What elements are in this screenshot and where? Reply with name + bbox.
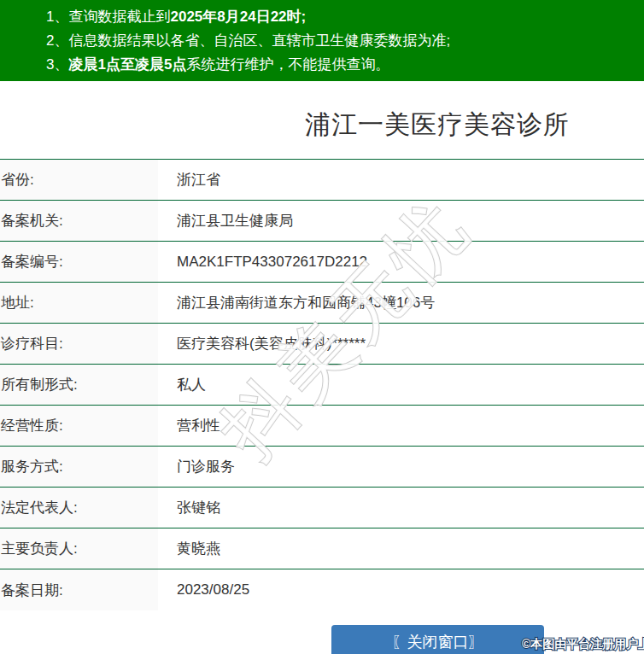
row-value: 黄晓燕 [158, 528, 644, 569]
table-row: 经营性质: 营利性 [0, 406, 644, 447]
row-label: 省份: [0, 160, 158, 200]
notice-text-bold: 2025年8月24日22时 [170, 9, 301, 25]
row-value: 营利性 [158, 406, 644, 446]
row-label: 地址: [0, 283, 158, 323]
row-value: 门诊服务 [158, 447, 644, 487]
notice-text: 信息数据结果以各省、自治区、直辖市卫生健康委数据为准; [68, 32, 450, 49]
row-label: 主要负责人: [0, 528, 158, 569]
query-result-page: 1、查询数据截止到2025年8月24日22时; 2、信息数据结果以各省、自治区、… [0, 0, 644, 654]
row-label: 法定代表人: [0, 488, 158, 528]
table-row: 法定代表人: 张键铭 [0, 488, 644, 528]
notice-text: ; [302, 9, 307, 25]
table-row: 备案编号: MA2K1FTP433072617D2212 [0, 242, 644, 283]
notice-number: 3、 [46, 56, 68, 73]
row-value: 浦江县浦南街道东方和园商铺43幢106号 [158, 283, 644, 323]
notice-text: 查询数据截止到 [68, 9, 170, 25]
notice-line-1: 1、查询数据截止到2025年8月24日22时; [46, 5, 644, 29]
row-value: 浙江省 [158, 160, 644, 200]
row-value: 医疗美容科(美容皮肤科)****** [158, 324, 644, 364]
notice-line-2: 2、信息数据结果以各省、自治区、直辖市卫生健康委数据为准; [46, 29, 644, 53]
table-row: 诊疗科目: 医疗美容科(美容皮肤科)****** [0, 324, 644, 365]
notice-text-bold: 凌晨1点至凌晨5点 [68, 56, 186, 73]
close-window-button[interactable]: 〖关闭窗口〗 [331, 625, 544, 654]
notice-number: 2、 [46, 32, 68, 49]
notice-number: 1、 [46, 9, 68, 25]
row-label: 诊疗科目: [0, 324, 158, 364]
notice-banner: 1、查询数据截止到2025年8月24日22时; 2、信息数据结果以各省、自治区、… [0, 0, 644, 81]
table-row: 备案日期: 2023/08/25 [0, 569, 644, 610]
table-row: 地址: 浦江县浦南街道东方和园商铺43幢106号 [0, 283, 644, 324]
table-row: 服务方式: 门诊服务 [0, 447, 644, 488]
row-value: MA2K1FTP433072617D2212 [158, 242, 644, 282]
row-label: 备案日期: [0, 569, 158, 610]
row-label: 备案机关: [0, 201, 158, 241]
notice-text: 系统进行维护，不能提供查询。 [186, 56, 389, 73]
table-row: 备案机关: 浦江县卫生健康局 [0, 201, 644, 242]
row-value: 2023/08/25 [158, 569, 644, 610]
row-value: 浦江县卫生健康局 [158, 201, 644, 241]
row-label: 备案编号: [0, 242, 158, 282]
table-row: 主要负责人: 黄晓燕 [0, 528, 644, 569]
table-row: 所有制形式: 私人 [0, 365, 644, 406]
row-value: 张键铭 [158, 488, 644, 528]
copyright-stamp: ©本图由平台注册用户上传 [522, 637, 644, 652]
table-row: 省份: 浙江省 [0, 160, 644, 201]
row-label: 服务方式: [0, 447, 158, 487]
page-title: 浦江一美医疗美容诊所 [231, 108, 644, 143]
notice-line-3: 3、凌晨1点至凌晨5点系统进行维护，不能提供查询。 [46, 53, 644, 77]
row-label: 经营性质: [0, 406, 158, 446]
row-label: 所有制形式: [0, 365, 158, 405]
row-value: 私人 [158, 365, 644, 405]
clinic-info-table: 省份: 浙江省 备案机关: 浦江县卫生健康局 备案编号: MA2K1FTP433… [0, 159, 644, 610]
